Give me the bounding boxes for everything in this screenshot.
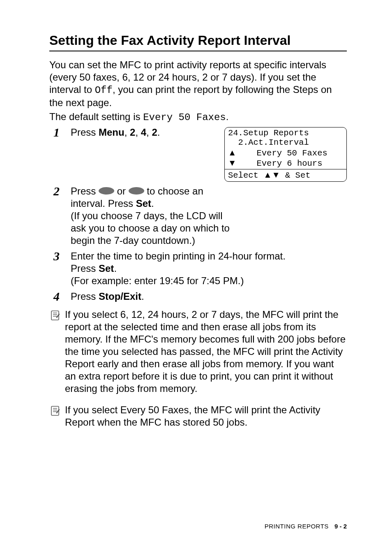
step-text: Press Stop/Exit. <box>71 290 347 303</box>
step-1: 1 Press Menu, 2, 4, 2. 24.Setup Reports … <box>49 126 347 182</box>
down-arrow-icon: ▼ <box>228 158 236 167</box>
key-label: Set <box>99 263 114 274</box>
key-label: 4 <box>141 127 146 138</box>
text: Every 6 hours <box>236 159 322 168</box>
section-heading: Setting the Fax Activity Report Interval <box>49 33 347 48</box>
step-number: 4 <box>53 289 60 304</box>
text: Press <box>71 263 99 274</box>
key-label: Set <box>136 198 151 209</box>
step-list: 1 Press Menu, 2, 4, 2. 24.Setup Reports … <box>49 126 347 303</box>
text: Press <box>71 127 99 138</box>
step-subtext: (For example: enter 19:45 for 7:45 PM.) <box>71 275 244 286</box>
text: Select <box>228 171 263 180</box>
code-text: Off <box>95 85 113 96</box>
document-page: Setting the Fax Activity Report Interval… <box>0 0 392 556</box>
text: Press <box>71 185 99 197</box>
up-down-arrow-icon: ▲▼ <box>263 170 280 179</box>
note-text: If you select 6, 12, 24 hours, 2 or 7 da… <box>65 308 347 395</box>
lcd-divider <box>225 169 346 169</box>
code-text: Every 50 Faxes <box>143 112 226 123</box>
step-subtext: (If you choose 7 days, the LCD will ask … <box>71 210 230 246</box>
note-icon <box>49 309 62 322</box>
intro-paragraph-1: You can set the MFC to print activity re… <box>49 59 347 109</box>
step-number: 3 <box>53 248 60 264</box>
note-text: If you select Every 50 Faxes, the MFC wi… <box>65 404 347 429</box>
lcd-line: 2.Act.Interval <box>228 138 343 148</box>
text: . <box>157 127 160 138</box>
heading-rule <box>49 51 347 51</box>
text: . <box>226 111 229 122</box>
footer-page-number: 9 - 2 <box>334 523 347 530</box>
step-text: Enter the time to begin printing in 24-h… <box>71 250 347 287</box>
text: Press <box>71 291 99 302</box>
nav-up-button-icon <box>99 187 114 195</box>
text: The default setting is <box>49 111 143 122</box>
key-label: 2 <box>152 127 157 138</box>
text: , <box>125 127 130 138</box>
key-label: Menu <box>99 127 125 138</box>
text: Enter the time to begin printing in 24-h… <box>71 250 286 262</box>
step-text: Press Menu, 2, 4, 2. <box>71 126 217 139</box>
step-text: Press or to choose an interval. Press Se… <box>71 185 233 247</box>
text: or <box>114 185 129 197</box>
note-block: If you select 6, 12, 24 hours, 2 or 7 da… <box>49 308 347 395</box>
text: , <box>146 127 152 138</box>
nav-down-button-icon <box>129 187 144 195</box>
text: . <box>141 291 144 302</box>
up-arrow-icon: ▲ <box>228 148 236 157</box>
text: . <box>151 198 154 209</box>
key-label: Stop/Exit <box>99 291 141 302</box>
step-number: 2 <box>53 183 60 199</box>
step-3: 3 Enter the time to begin printing in 24… <box>49 250 347 287</box>
lcd-line: ▲ Every 50 Faxes <box>228 148 343 158</box>
lcd-line: 24.Setup Reports <box>228 128 343 138</box>
text: , <box>135 127 141 138</box>
step-number: 1 <box>53 125 60 140</box>
intro-paragraph-2: The default setting is Every 50 Faxes. <box>49 111 347 124</box>
lcd-line: ▼ Every 6 hours <box>228 158 343 169</box>
lcd-line: Select ▲▼ & Set <box>228 170 343 181</box>
step-4: 4 Press Stop/Exit. <box>49 290 347 303</box>
text: Every 50 Faxes <box>236 148 327 158</box>
key-label: 2 <box>130 127 135 138</box>
lcd-display: 24.Setup Reports 2.Act.Interval ▲ Every … <box>224 127 347 182</box>
footer-chapter: PRINTING REPORTS <box>265 523 329 530</box>
page-footer: PRINTING REPORTS 9 - 2 <box>265 523 347 530</box>
note-block: If you select Every 50 Faxes, the MFC wi… <box>49 404 347 429</box>
text: . <box>114 263 117 274</box>
step-2: 2 Press or to choose an interval. Press … <box>49 185 347 247</box>
text: & Set <box>280 171 311 180</box>
note-icon <box>49 405 62 417</box>
